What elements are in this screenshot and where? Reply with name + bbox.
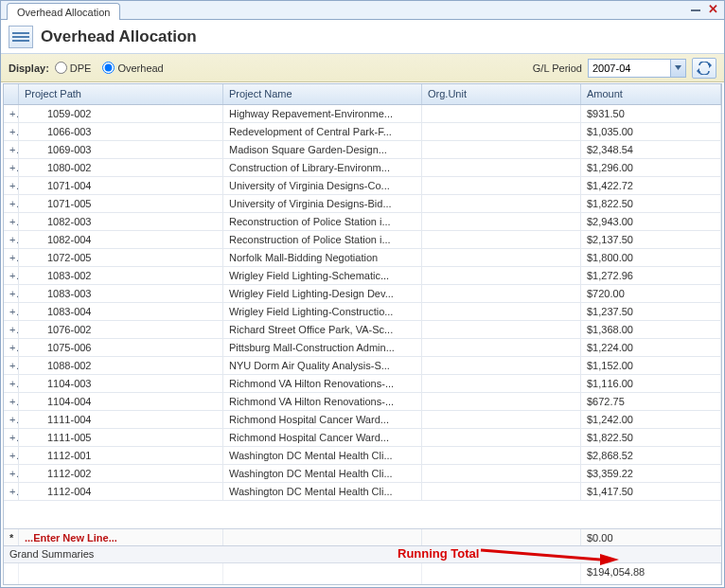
refresh-button[interactable] <box>692 58 716 79</box>
svg-marker-1 <box>709 62 712 68</box>
gl-period-input[interactable] <box>589 60 670 77</box>
table-row[interactable]: +1083-004Wrigley Field Lighting-Construc… <box>4 303 721 321</box>
cell-project-name: Richard Street Office Park, VA-Sc... <box>223 321 422 338</box>
cell-project-name: NYU Dorm Air Quality Analysis-S... <box>223 357 422 374</box>
table-row[interactable]: +1066-003Redevelopment of Central Park-F… <box>4 123 721 141</box>
expand-icon[interactable]: + <box>4 375 19 392</box>
tab-overhead-allocation[interactable]: Overhead Allocation <box>7 3 120 20</box>
display-label: Display: <box>9 62 49 74</box>
table-row[interactable]: +1076-002Richard Street Office Park, VA-… <box>4 321 721 339</box>
expand-icon[interactable]: + <box>4 141 19 158</box>
cell-project-name: Highway Repavement-Environme... <box>223 105 422 122</box>
minimize-icon[interactable] <box>691 4 700 15</box>
radio-overhead-wrap[interactable]: Overhead <box>102 62 163 74</box>
asterisk-icon: * <box>4 529 19 545</box>
table-row[interactable]: +1071-005University of Virginia Designs-… <box>4 195 721 213</box>
table-row[interactable]: +1083-003Wrigley Field Lighting-Design D… <box>4 285 721 303</box>
report-icon <box>9 26 33 48</box>
table-row[interactable]: +1111-005Richmond Hospital Cancer Ward..… <box>4 429 721 447</box>
table-row[interactable]: +1112-004Washington DC Mental Health Cli… <box>4 483 721 501</box>
expand-icon[interactable]: + <box>4 303 19 320</box>
expand-icon[interactable]: + <box>4 249 19 266</box>
tab-label: Overhead Allocation <box>17 7 110 18</box>
expand-icon[interactable]: + <box>4 429 19 446</box>
expand-icon[interactable]: + <box>4 267 19 284</box>
cell-project-name: Norfolk Mall-Bidding Negotiation <box>223 249 422 266</box>
svg-marker-2 <box>697 68 699 74</box>
expand-icon[interactable]: + <box>4 285 19 302</box>
col-amount[interactable]: Amount <box>581 84 721 104</box>
new-line-row[interactable]: * ...Enter New Line... $0.00 <box>4 528 721 546</box>
cell-amount: $1,237.50 <box>581 303 721 320</box>
grid: Project Path Project Name Org.Unit Amoun… <box>3 83 722 585</box>
cell-amount: $1,422.72 <box>581 177 721 194</box>
cell-amount: $2,137.50 <box>581 231 721 248</box>
cell-org-unit <box>422 339 581 356</box>
table-row[interactable]: +1069-003Madison Square Garden-Design...… <box>4 141 721 159</box>
expand-icon[interactable]: + <box>4 393 19 410</box>
cell-project-path: 1071-004 <box>19 177 223 194</box>
expand-icon[interactable]: + <box>4 447 19 464</box>
table-row[interactable]: +1082-004Reconstruction of Police Statio… <box>4 231 721 249</box>
table-row[interactable]: +1072-005Norfolk Mall-Bidding Negotiatio… <box>4 249 721 267</box>
cell-org-unit <box>422 393 581 410</box>
cell-org-unit <box>422 267 581 284</box>
table-row[interactable]: +1112-002Washington DC Mental Health Cli… <box>4 465 721 483</box>
expand-icon[interactable]: + <box>4 159 19 176</box>
cell-project-path: 1059-002 <box>19 105 223 122</box>
table-row[interactable]: +1104-004Richmond VA Hilton Renovations-… <box>4 393 721 411</box>
col-project-name[interactable]: Project Name <box>223 84 422 104</box>
table-row[interactable]: +1088-002NYU Dorm Air Quality Analysis-S… <box>4 357 721 375</box>
table-row[interactable]: +1080-002Construction of Library-Environ… <box>4 159 721 177</box>
cell-project-name: Washington DC Mental Health Cli... <box>223 483 422 500</box>
table-row[interactable]: +1104-003Richmond VA Hilton Renovations-… <box>4 375 721 393</box>
table-row[interactable]: +1059-002Highway Repavement-Environme...… <box>4 105 721 123</box>
col-org-unit[interactable]: Org.Unit <box>422 84 581 104</box>
refresh-icon <box>697 62 712 75</box>
cell-amount: $1,822.50 <box>581 195 721 212</box>
cell-project-path: 1080-002 <box>19 159 223 176</box>
grand-summaries-label: Grand Summaries <box>4 546 721 563</box>
cell-project-name: University of Virginia Designs-Bid... <box>223 195 422 212</box>
expand-icon[interactable]: + <box>4 339 19 356</box>
expand-icon[interactable]: + <box>4 411 19 428</box>
cell-project-name: Wrigley Field Lighting-Design Dev... <box>223 285 422 302</box>
cell-org-unit <box>422 357 581 374</box>
expand-icon[interactable]: + <box>4 231 19 248</box>
chevron-down-icon[interactable] <box>670 60 685 77</box>
cell-project-path: 1082-004 <box>19 231 223 248</box>
expand-icon[interactable]: + <box>4 123 19 140</box>
col-project-path[interactable]: Project Path <box>19 84 223 104</box>
expand-icon[interactable]: + <box>4 483 19 500</box>
cell-org-unit <box>422 465 581 482</box>
cell-project-path: 1112-002 <box>19 465 223 482</box>
expand-icon[interactable]: + <box>4 465 19 482</box>
close-icon[interactable]: ✕ <box>708 5 718 14</box>
new-line-label[interactable]: ...Enter New Line... <box>19 529 223 545</box>
cell-org-unit <box>422 483 581 500</box>
expand-icon[interactable]: + <box>4 105 19 122</box>
radio-dpe-wrap[interactable]: DPE <box>55 62 92 74</box>
radio-dpe[interactable] <box>55 62 67 74</box>
cell-project-path: 1112-004 <box>19 483 223 500</box>
grid-body[interactable]: +1059-002Highway Repavement-Environme...… <box>4 105 721 528</box>
table-row[interactable]: +1082-003Reconstruction of Police Statio… <box>4 213 721 231</box>
table-row[interactable]: +1075-006Pittsburg Mall-Construction Adm… <box>4 339 721 357</box>
gl-period-combo[interactable] <box>588 59 686 78</box>
expand-icon[interactable]: + <box>4 213 19 230</box>
cell-project-path: 1076-002 <box>19 321 223 338</box>
table-row[interactable]: +1083-002Wrigley Field Lighting-Schemati… <box>4 267 721 285</box>
radio-overhead[interactable] <box>102 62 115 74</box>
cell-project-path: 1088-002 <box>19 357 223 374</box>
expand-icon[interactable]: + <box>4 177 19 194</box>
grand-total: $194,054.88 <box>581 563 721 584</box>
table-row[interactable]: +1112-001Washington DC Mental Health Cli… <box>4 447 721 465</box>
cell-amount: $2,868.52 <box>581 447 721 464</box>
expand-icon[interactable]: + <box>4 321 19 338</box>
expand-icon[interactable]: + <box>4 195 19 212</box>
table-row[interactable]: +1111-004Richmond Hospital Cancer Ward..… <box>4 411 721 429</box>
expand-icon[interactable]: + <box>4 357 19 374</box>
radio-overhead-label: Overhead <box>117 62 163 74</box>
cell-amount: $3,359.22 <box>581 465 721 482</box>
table-row[interactable]: +1071-004University of Virginia Designs-… <box>4 177 721 195</box>
